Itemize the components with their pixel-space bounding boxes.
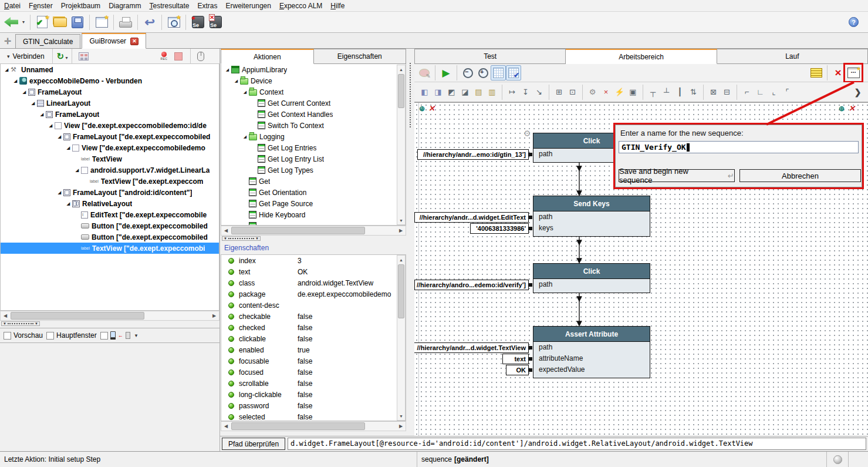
record-disabled-icon[interactable]: [417, 65, 432, 80]
scroll-up-arrow[interactable]: ▲: [397, 256, 405, 264]
new-item-icon[interactable]: ★: [33, 14, 51, 31]
param-value-box[interactable]: //hierarchy/andr...d.widget.TextView: [414, 342, 529, 353]
zoom-out-icon[interactable]: [460, 65, 475, 80]
align-bottom-icon[interactable]: ◪: [458, 85, 472, 99]
scroll-right-arrow[interactable]: ▶: [396, 226, 406, 235]
action-item[interactable]: Get: [221, 176, 406, 187]
swap-icon[interactable]: ⇅: [687, 85, 700, 99]
property-row[interactable]: enabledtrue: [221, 344, 406, 355]
tree-item[interactable]: ◢FrameLayout: [1, 109, 219, 120]
horizontal-scrollbar[interactable]: ◀ ▶: [0, 311, 219, 321]
tab-guibrowser[interactable]: GuiBrowser✕: [82, 33, 146, 49]
tab-aktionen[interactable]: Aktionen: [221, 49, 314, 64]
distribute-icon[interactable]: ┃: [673, 85, 687, 99]
delete-step-icon[interactable]: ×: [599, 85, 613, 99]
add-step-icon[interactable]: ⊡: [566, 85, 579, 99]
cancel-button[interactable]: Abbrechen: [739, 169, 861, 182]
sequence-diagram-canvas[interactable]: ⊕ ✕ ⊕ ✕ ⚙ Clickpath//hierarchy/andr...em…: [414, 102, 868, 436]
scrollbar-thumb[interactable]: [398, 264, 404, 318]
property-row[interactable]: packagede.exept.expeccomobiledemo: [221, 288, 406, 300]
property-row[interactable]: checkablefalse: [221, 311, 406, 322]
expander-icon[interactable]: ◢: [232, 79, 240, 83]
menu-expecco-alm[interactable]: Expecco ALM: [275, 1, 326, 11]
tree-item[interactable]: ◢android.support.v7.widget.LinearLa: [1, 164, 219, 176]
menu-diagramm[interactable]: Diagramm: [104, 1, 145, 11]
action-item[interactable]: Get Context Handles: [221, 109, 406, 120]
windows-icon[interactable]: [79, 52, 89, 61]
property-row[interactable]: index3: [221, 255, 406, 266]
param-value-box[interactable]: //hierarchy/andr...emo:id/gtin_13']: [417, 149, 529, 160]
tab-gtin-calculate[interactable]: GTIN_Calculate: [15, 34, 80, 48]
menu-fenster[interactable]: Fenster: [25, 1, 57, 11]
tree-item[interactable]: TextView: [1, 153, 219, 164]
scrollbar-thumb[interactable]: [231, 422, 365, 430]
conn-style-4-icon[interactable]: ⌜: [781, 85, 794, 99]
menu-testresultate[interactable]: Testresultate: [145, 1, 193, 11]
check-path-button[interactable]: Pfad überprüfen: [222, 438, 285, 450]
tab-lauf[interactable]: Lauf: [717, 49, 868, 64]
scrollbar-thumb[interactable]: [11, 312, 144, 320]
insert-below-icon[interactable]: ┴: [660, 85, 673, 99]
conn-style-2-icon[interactable]: ∟: [754, 85, 767, 99]
horizontal-scrollbar[interactable]: ◀ ▶: [221, 226, 406, 236]
checkbox[interactable]: [4, 332, 11, 340]
refresh-icon[interactable]: ↻: [57, 51, 68, 62]
property-row[interactable]: long-clickablefalse: [221, 389, 406, 400]
tree-item[interactable]: ◢RelativeLayout: [1, 198, 219, 209]
menu-datei[interactable]: Datei: [0, 1, 25, 11]
action-item[interactable]: [221, 220, 406, 226]
scroll-right-arrow[interactable]: ▶: [210, 311, 219, 320]
expander-icon[interactable]: ◢: [12, 79, 19, 83]
zoom-in-icon[interactable]: [475, 65, 491, 80]
form-icon[interactable]: [809, 65, 824, 80]
align-right-icon[interactable]: ◨: [431, 85, 445, 99]
action-item[interactable]: Get Log Entries: [221, 142, 406, 153]
splitter-handle[interactable]: [221, 236, 406, 241]
expander-icon[interactable]: ◢: [73, 168, 81, 173]
expander-icon[interactable]: ◢: [241, 90, 249, 95]
param-value-box[interactable]: //hierarchy/andr...d.widget.EditText: [414, 212, 529, 223]
move-down-icon[interactable]: ↧: [519, 85, 532, 99]
vertical-scrollbar[interactable]: ▲ ▼: [397, 65, 406, 225]
tab-test[interactable]: Test: [414, 49, 566, 64]
selenium-record-icon[interactable]: [189, 14, 207, 31]
expander-icon[interactable]: ◢: [29, 101, 37, 106]
help-icon[interactable]: ?: [849, 17, 859, 27]
sequence-name-input[interactable]: GTIN_Verify_OK: [619, 141, 859, 153]
same-width-icon[interactable]: ▤: [472, 85, 485, 99]
action-item[interactable]: Get Log Types: [221, 164, 406, 176]
tree-item[interactable]: ◢Unnamed: [1, 64, 219, 75]
grid-toggle-icon[interactable]: [491, 65, 506, 80]
tree-item[interactable]: TextView ["de.exept.expeccom: [1, 176, 219, 187]
insert-above-icon[interactable]: ┬: [646, 85, 660, 99]
tree-item[interactable]: ◢View ["de.exept.expeccomobiledemo: [1, 142, 219, 153]
same-height-icon[interactable]: ▥: [485, 85, 499, 99]
property-row[interactable]: clickablefalse: [221, 333, 406, 344]
diagram-node-send-keys[interactable]: Send Keyspathkeys: [533, 196, 650, 237]
property-row[interactable]: checkedfalse: [221, 322, 406, 333]
param-value-box[interactable]: //hierarchy/andro...edemo:id/verify']: [414, 280, 529, 290]
tree-item[interactable]: ◢expeccoMobileDemo - Verbunden: [1, 75, 219, 86]
quick-step-icon[interactable]: ⚡: [613, 85, 626, 99]
expander-icon[interactable]: ◢: [38, 112, 46, 117]
menu-extras[interactable]: Extras: [194, 1, 222, 11]
align-left-icon[interactable]: ◧: [418, 85, 431, 99]
find-window-icon[interactable]: ★: [165, 14, 183, 31]
vertical-splitter[interactable]: [406, 49, 414, 436]
selenium-stop-icon[interactable]: [207, 14, 224, 31]
scroll-up-arrow[interactable]: ▲: [397, 65, 405, 73]
diagram-node-click[interactable]: Clickpath: [533, 263, 650, 293]
tree-item[interactable]: ◢View ["de.exept.expeccomobiledemo:id/de: [1, 120, 219, 131]
copy-step-icon[interactable]: ▣: [626, 85, 640, 99]
new-window-icon[interactable]: ★: [93, 14, 110, 31]
action-item[interactable]: Get Current Context: [221, 98, 406, 109]
save-sequence-button[interactable]: Save and begin new sequence ↵: [619, 169, 735, 182]
pin-icon[interactable]: ⊕: [839, 105, 845, 113]
close-x-icon[interactable]: [830, 65, 846, 80]
expander-icon[interactable]: ◢: [224, 68, 231, 72]
property-row[interactable]: content-desc: [221, 300, 406, 311]
action-item[interactable]: ◢AppiumLibrary: [221, 64, 406, 75]
overflow-chevron-icon[interactable]: ❯: [851, 85, 864, 99]
property-row[interactable]: selectedfalse: [221, 411, 406, 421]
undo-icon[interactable]: [141, 14, 158, 31]
